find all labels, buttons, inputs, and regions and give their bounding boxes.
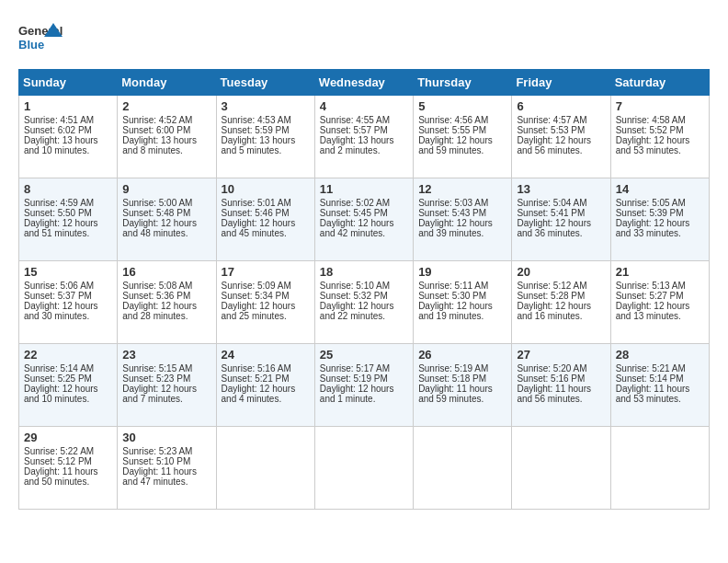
- calendar-cell: 9Sunrise: 5:00 AMSunset: 5:48 PMDaylight…: [118, 178, 216, 261]
- day-info: Sunset: 5:48 PM: [122, 208, 210, 218]
- day-number: 6: [517, 99, 605, 113]
- day-info: Daylight: 12 hours: [24, 218, 112, 228]
- calendar-cell: 15Sunrise: 5:06 AMSunset: 5:37 PMDayligh…: [19, 261, 118, 344]
- day-info: Sunset: 6:02 PM: [24, 125, 112, 135]
- day-info: Sunset: 5:46 PM: [222, 208, 310, 218]
- day-number: 16: [122, 265, 210, 279]
- day-number: 18: [320, 265, 408, 279]
- day-number: 21: [616, 265, 704, 279]
- calendar-cell: 1Sunrise: 4:51 AMSunset: 6:02 PMDaylight…: [19, 96, 118, 178]
- day-info: and 30 minutes.: [24, 311, 112, 321]
- day-info: Sunrise: 5:22 AM: [24, 446, 112, 456]
- logo: General Blue: [18, 18, 64, 60]
- calendar-week-row: 29Sunrise: 5:22 AMSunset: 5:12 PMDayligh…: [19, 427, 710, 510]
- day-info: Sunrise: 5:19 AM: [418, 363, 506, 373]
- day-info: Sunrise: 5:06 AM: [24, 281, 112, 291]
- day-number: 8: [24, 182, 112, 196]
- day-info: Daylight: 12 hours: [418, 135, 506, 145]
- day-number: 30: [122, 431, 210, 444]
- day-info: Sunset: 5:50 PM: [24, 208, 112, 218]
- calendar-cell: [414, 427, 512, 510]
- day-info: Sunset: 5:21 PM: [222, 373, 310, 384]
- weekday-header: Tuesday: [216, 70, 314, 96]
- weekday-header-row: SundayMondayTuesdayWednesdayThursdayFrid…: [19, 70, 710, 96]
- calendar-cell: 21Sunrise: 5:13 AMSunset: 5:27 PMDayligh…: [610, 261, 709, 344]
- day-number: 1: [24, 99, 112, 113]
- day-info: and 10 minutes.: [24, 394, 112, 404]
- day-number: 5: [418, 99, 506, 113]
- day-info: Daylight: 11 hours: [122, 466, 210, 477]
- calendar-cell: 24Sunrise: 5:16 AMSunset: 5:21 PMDayligh…: [216, 344, 314, 427]
- calendar-cell: 19Sunrise: 5:11 AMSunset: 5:30 PMDayligh…: [414, 261, 512, 344]
- day-number: 7: [616, 99, 704, 113]
- day-info: and 42 minutes.: [320, 228, 408, 238]
- day-number: 20: [517, 265, 605, 279]
- calendar-cell: 12Sunrise: 5:03 AMSunset: 5:43 PMDayligh…: [414, 178, 512, 261]
- day-info: Daylight: 12 hours: [122, 301, 210, 311]
- calendar-cell: 18Sunrise: 5:10 AMSunset: 5:32 PMDayligh…: [314, 261, 413, 344]
- day-number: 10: [222, 182, 310, 196]
- day-info: Sunrise: 4:51 AM: [24, 115, 112, 125]
- day-info: Sunrise: 5:11 AM: [418, 281, 506, 291]
- day-info: and 47 minutes.: [122, 477, 210, 487]
- calendar-cell: 13Sunrise: 5:04 AMSunset: 5:41 PMDayligh…: [512, 178, 610, 261]
- day-info: Sunset: 5:39 PM: [616, 208, 704, 218]
- day-info: Sunrise: 5:15 AM: [122, 363, 210, 373]
- day-info: Daylight: 12 hours: [24, 384, 112, 394]
- day-info: Sunrise: 5:05 AM: [616, 198, 704, 208]
- day-number: 13: [517, 182, 605, 196]
- day-info: Sunrise: 5:03 AM: [418, 198, 506, 208]
- day-number: 28: [616, 348, 704, 362]
- svg-text:Blue: Blue: [18, 38, 44, 52]
- day-number: 27: [517, 348, 605, 362]
- day-info: and 2 minutes.: [320, 145, 408, 155]
- day-info: Sunset: 5:12 PM: [24, 456, 112, 466]
- day-info: Sunrise: 4:59 AM: [24, 198, 112, 208]
- day-info: and 56 minutes.: [517, 145, 605, 155]
- calendar-cell: 10Sunrise: 5:01 AMSunset: 5:46 PMDayligh…: [216, 178, 314, 261]
- day-info: Sunrise: 5:13 AM: [616, 281, 704, 291]
- day-info: Sunset: 5:57 PM: [320, 125, 408, 135]
- day-info: and 13 minutes.: [616, 311, 704, 321]
- day-info: and 59 minutes.: [418, 145, 506, 155]
- weekday-header: Thursday: [414, 70, 512, 96]
- calendar-cell: 22Sunrise: 5:14 AMSunset: 5:25 PMDayligh…: [19, 344, 118, 427]
- day-info: Sunset: 5:27 PM: [616, 291, 704, 301]
- day-number: 24: [222, 348, 310, 362]
- day-info: Sunset: 5:52 PM: [616, 125, 704, 135]
- day-info: Sunrise: 5:20 AM: [517, 363, 605, 373]
- day-info: Daylight: 12 hours: [517, 135, 605, 145]
- day-info: and 7 minutes.: [122, 394, 210, 404]
- day-info: Sunset: 5:43 PM: [418, 208, 506, 218]
- day-info: and 19 minutes.: [418, 311, 506, 321]
- day-info: Sunrise: 5:00 AM: [122, 198, 210, 208]
- day-number: 9: [122, 182, 210, 196]
- day-info: Sunset: 5:53 PM: [517, 125, 605, 135]
- day-number: 17: [222, 265, 310, 279]
- day-info: Sunset: 5:25 PM: [24, 373, 112, 384]
- calendar-cell: 4Sunrise: 4:55 AMSunset: 5:57 PMDaylight…: [314, 96, 413, 178]
- calendar-week-row: 1Sunrise: 4:51 AMSunset: 6:02 PMDaylight…: [19, 96, 710, 178]
- logo-svg: General Blue: [18, 18, 64, 60]
- day-number: 26: [418, 348, 506, 362]
- calendar-week-row: 22Sunrise: 5:14 AMSunset: 5:25 PMDayligh…: [19, 344, 710, 427]
- day-number: 4: [320, 99, 408, 113]
- day-info: and 48 minutes.: [122, 228, 210, 238]
- day-info: Daylight: 13 hours: [24, 135, 112, 145]
- day-info: Sunrise: 4:58 AM: [616, 115, 704, 125]
- day-info: Sunrise: 5:23 AM: [122, 446, 210, 456]
- weekday-header: Saturday: [610, 70, 709, 96]
- day-info: and 50 minutes.: [24, 477, 112, 487]
- day-info: Daylight: 12 hours: [222, 384, 310, 394]
- day-info: Sunset: 5:45 PM: [320, 208, 408, 218]
- day-info: Sunset: 5:19 PM: [320, 373, 408, 384]
- day-info: Sunset: 5:30 PM: [418, 291, 506, 301]
- day-number: 19: [418, 265, 506, 279]
- day-number: 2: [122, 99, 210, 113]
- day-info: Daylight: 12 hours: [320, 218, 408, 228]
- day-info: Sunset: 5:18 PM: [418, 373, 506, 384]
- calendar-cell: 3Sunrise: 4:53 AMSunset: 5:59 PMDaylight…: [216, 96, 314, 178]
- calendar-cell: 11Sunrise: 5:02 AMSunset: 5:45 PMDayligh…: [314, 178, 413, 261]
- day-info: Sunset: 5:10 PM: [122, 456, 210, 466]
- day-info: Daylight: 12 hours: [616, 218, 704, 228]
